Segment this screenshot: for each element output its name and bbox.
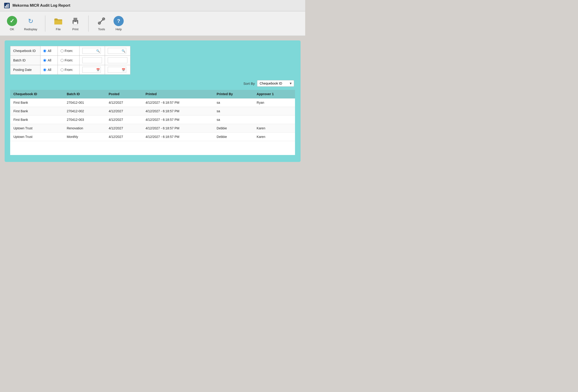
filter-radio-all-postingdate[interactable]: All xyxy=(41,65,57,75)
filter-row-chequebook: Chequebook ID All From: xyxy=(10,46,130,56)
main-content: Chequebook ID All From: xyxy=(0,36,305,166)
radio-all-batch-input[interactable] xyxy=(43,59,46,62)
col-header-posted: Posted xyxy=(105,90,142,98)
print-button[interactable]: Print xyxy=(68,15,83,32)
cell-printed-by: Debbie xyxy=(213,124,253,133)
table-row: First Bank270412-0034/12/20274/12/2027 -… xyxy=(10,116,295,124)
cell-posted: 4/12/2027 xyxy=(105,107,142,116)
filter-from-batch[interactable]: From: xyxy=(57,56,79,65)
radio-all-chequebook-input[interactable] xyxy=(43,49,46,52)
filter-from-postingdate[interactable]: From: xyxy=(57,65,79,75)
cell-batch-id: Monthly xyxy=(64,133,105,141)
radio-all-postingdate-input[interactable] xyxy=(43,68,46,71)
filter-panel: Chequebook ID All From: xyxy=(5,40,300,162)
redisplay-button[interactable]: ↻ Redisplay xyxy=(22,15,40,32)
radio-all-chequebook-label[interactable]: All xyxy=(43,49,54,53)
svg-rect-5 xyxy=(74,18,77,21)
cell-approver1 xyxy=(253,116,295,124)
filter-label-batch: Batch ID xyxy=(10,56,41,65)
file-button[interactable]: File xyxy=(51,15,66,32)
title-bar: Mekorma MICR Audit Log Report xyxy=(0,0,305,11)
filter-to-input-chequebook[interactable]: 🔍 xyxy=(105,46,130,56)
filter-label-postingdate: Posting Date xyxy=(10,65,41,75)
cell-approver1: Ryan xyxy=(253,98,295,107)
postingdate-from-input-wrapper: 📅 xyxy=(82,67,101,73)
cell-chequebook-id: Uptown Trust xyxy=(10,124,64,133)
col-header-approver1: Approver 1 xyxy=(253,90,295,98)
radio-from-batch-label[interactable]: From: xyxy=(61,58,77,62)
cell-batch-id: 270412-003 xyxy=(64,116,105,124)
radio-from-chequebook-input[interactable] xyxy=(61,49,64,52)
radio-from-batch-text: From: xyxy=(65,58,73,62)
filter-from-input-postingdate[interactable]: 📅 xyxy=(79,65,105,75)
tools-button[interactable]: Tools xyxy=(94,15,109,32)
svg-rect-8 xyxy=(76,21,77,22)
calendar-icon-to: 📅 xyxy=(122,68,125,72)
table-row: Uptown TrustMonthly4/12/20274/12/2027 - … xyxy=(10,133,295,141)
radio-from-postingdate-label[interactable]: From: xyxy=(61,68,77,72)
filter-from-input-batch[interactable] xyxy=(79,56,105,65)
tools-label: Tools xyxy=(98,28,105,31)
cell-batch-id: 270412-002 xyxy=(64,107,105,116)
svg-rect-7 xyxy=(74,21,74,22)
cell-posted: 4/12/2027 xyxy=(105,98,142,107)
help-button[interactable]: ? Help xyxy=(111,15,126,32)
cell-approver1: Karen xyxy=(253,124,295,133)
radio-all-postingdate-label[interactable]: All xyxy=(43,68,54,72)
radio-all-batch-label[interactable]: All xyxy=(43,58,54,62)
app-title: Mekorma MICR Audit Log Report xyxy=(12,3,70,8)
toolbar-divider-1 xyxy=(45,15,45,32)
chequebook-to-input-wrapper: 🔍 xyxy=(108,48,126,54)
cell-printed: 4/12/2027 - 6:18:57 PM xyxy=(142,107,213,116)
search-icon-chequebook-to: 🔍 xyxy=(122,49,125,53)
redisplay-label: Redisplay xyxy=(24,28,37,31)
cell-posted: 4/12/2027 xyxy=(105,116,142,124)
sort-select[interactable]: Chequebook ID Batch ID Posting Date Prin… xyxy=(257,80,294,87)
ok-button[interactable]: ✓ OK xyxy=(5,15,19,32)
toolbar-group-file: File Print xyxy=(46,15,87,32)
tools-icon xyxy=(96,16,107,26)
filter-to-input-postingdate[interactable]: 📅 xyxy=(105,65,130,75)
toolbar-group-util: Tools ? Help xyxy=(90,15,131,32)
filter-table: Chequebook ID All From: xyxy=(10,46,130,75)
toolbar: ✓ OK ↻ Redisplay File xyxy=(0,11,305,36)
cell-chequebook-id: First Bank xyxy=(10,107,64,116)
sort-row: Sort By Chequebook ID Batch ID Posting D… xyxy=(10,80,295,87)
ok-icon: ✓ xyxy=(7,16,17,26)
search-icon-chequebook-from: 🔍 xyxy=(96,49,100,53)
radio-from-batch-input[interactable] xyxy=(61,59,64,62)
table-row: First Bank270412-0024/12/20274/12/2027 -… xyxy=(10,107,295,116)
toolbar-group-main: ✓ OK ↻ Redisplay xyxy=(5,15,44,32)
col-header-printed: Printed xyxy=(142,90,213,98)
radio-from-postingdate-input[interactable] xyxy=(61,68,64,71)
help-icon: ? xyxy=(113,16,124,26)
filter-from-input-chequebook[interactable]: 🔍 xyxy=(79,46,105,56)
filter-radio-all-chequebook[interactable]: All xyxy=(41,46,57,56)
filter-to-input-batch[interactable] xyxy=(105,56,130,65)
file-label: File xyxy=(56,28,61,31)
svg-rect-3 xyxy=(8,4,8,8)
calendar-icon-from: 📅 xyxy=(96,68,100,72)
col-header-batch-id: Batch ID xyxy=(64,90,105,98)
radio-from-postingdate-text: From: xyxy=(65,68,73,72)
radio-all-chequebook-text: All xyxy=(48,49,51,53)
filter-label-chequebook: Chequebook ID xyxy=(10,46,41,56)
cell-posted: 4/12/2027 xyxy=(105,133,142,141)
batch-to-input[interactable] xyxy=(108,57,127,63)
sort-by-label: Sort By xyxy=(243,81,255,85)
filter-from-chequebook[interactable]: From: xyxy=(57,46,79,56)
filter-radio-all-batch[interactable]: All xyxy=(41,56,57,65)
cell-printed-by: sa xyxy=(213,116,253,124)
col-header-chequebook-id: Chequebook ID xyxy=(10,90,64,98)
svg-rect-1 xyxy=(5,6,6,8)
results-table: Chequebook ID Batch ID Posted Printed Pr… xyxy=(10,90,295,141)
batch-from-input[interactable] xyxy=(82,57,102,63)
cell-printed-by: sa xyxy=(213,107,253,116)
postingdate-to-input-wrapper: 📅 xyxy=(108,67,126,73)
toolbar-divider-2 xyxy=(88,15,89,32)
cell-printed: 4/12/2027 - 6:18:57 PM xyxy=(142,124,213,133)
app-icon xyxy=(4,2,10,9)
radio-from-chequebook-label[interactable]: From: xyxy=(61,49,77,53)
filter-row-postingdate: Posting Date All From: xyxy=(10,65,130,75)
redisplay-icon: ↻ xyxy=(26,16,36,26)
